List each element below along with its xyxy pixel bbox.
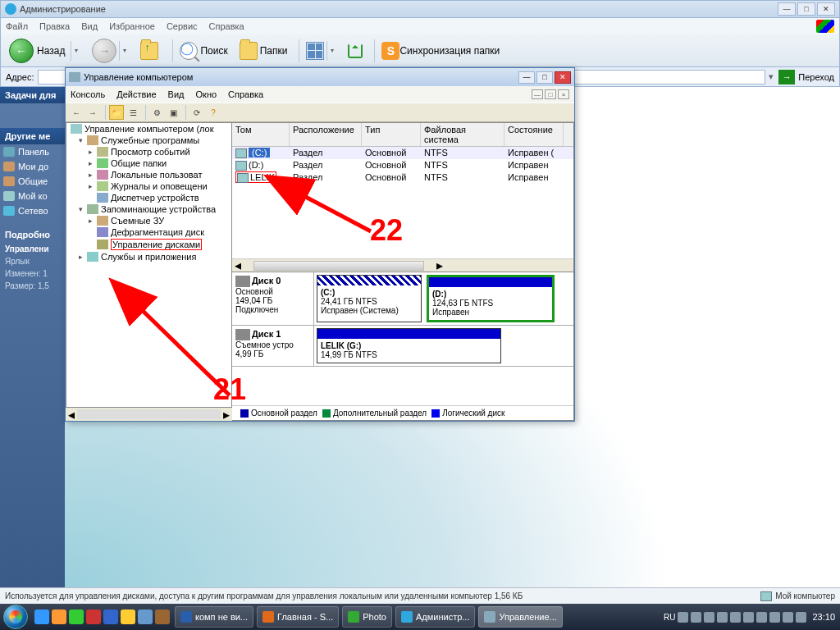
folders-button[interactable]: Папки: [236, 39, 291, 63]
part-g[interactable]: LELIK (G:)14,99 ГБ NTFS: [317, 328, 501, 363]
views-button[interactable]: ▾: [303, 39, 340, 63]
ql-icon[interactable]: [121, 609, 135, 624]
mmc-max[interactable]: □: [536, 71, 553, 84]
vol-row-c[interactable]: (C:) РазделОсновнойNTFSИсправен (: [232, 147, 573, 159]
mdi-max[interactable]: □: [545, 89, 556, 99]
go-button[interactable]: →: [778, 70, 795, 84]
mmc-m-window[interactable]: Окно: [196, 89, 217, 99]
taskbar-btn[interactable]: Photo: [342, 606, 392, 628]
tree-devmgr[interactable]: Диспетчер устройств: [66, 192, 231, 203]
forward-button[interactable]: →▾: [89, 39, 132, 63]
tb-up-icon[interactable]: 📁: [109, 105, 124, 120]
lp-item[interactable]: Общие: [0, 174, 65, 189]
mdi-min[interactable]: —: [532, 89, 543, 99]
lp-item[interactable]: Панель: [0, 144, 65, 159]
mmc-m-console[interactable]: Консоль: [71, 89, 105, 99]
tree-root[interactable]: Управление компьютером (лок: [66, 123, 231, 135]
ql-icon[interactable]: [155, 609, 170, 624]
tray-icon[interactable]: [678, 612, 688, 623]
tb-y-icon[interactable]: ▣: [166, 105, 180, 120]
back-button[interactable]: ←Назад▾: [6, 39, 84, 63]
tree-pane[interactable]: Управление компьютером (лок ▾Служебные п…: [66, 122, 232, 408]
tree-events[interactable]: ▸Просмотр событий: [66, 146, 231, 158]
clock[interactable]: 23:10: [812, 612, 835, 622]
menu-fav[interactable]: Избранное: [109, 21, 155, 31]
part-d[interactable]: (D:)124,63 ГБ NTFSИсправен: [427, 275, 555, 322]
mmc-min[interactable]: —: [518, 71, 535, 84]
tb-prop-icon[interactable]: ☰: [126, 105, 140, 120]
maximize-button[interactable]: □: [797, 2, 815, 16]
tray-icon[interactable]: [743, 612, 754, 623]
tray-icon[interactable]: [769, 612, 780, 623]
tb-help-icon[interactable]: ?: [206, 105, 221, 120]
tray-icon[interactable]: [717, 612, 728, 623]
tray-icon[interactable]: [756, 612, 767, 623]
search-button[interactable]: Поиск: [176, 39, 231, 63]
mmc-window: Управление компьютером — □ ✕ Консоль Дей…: [65, 67, 575, 422]
tree-shared[interactable]: ▸Общие папки: [66, 158, 231, 169]
tb-x-icon[interactable]: ⚙: [149, 105, 164, 120]
tb-back-icon[interactable]: ←: [69, 105, 84, 120]
menu-tools[interactable]: Сервис: [167, 21, 198, 31]
tray-icon[interactable]: [730, 612, 741, 623]
taskbar-btn[interactable]: Главная - S...: [257, 606, 339, 628]
col-sos[interactable]: Состояние: [504, 123, 564, 146]
tb-ref-icon[interactable]: ⟳: [189, 105, 204, 120]
mmc-close[interactable]: ✕: [555, 71, 571, 84]
vol-row-d[interactable]: (D:) РазделОсновнойNTFSИсправен: [232, 159, 573, 171]
lp-item[interactable]: Мои до: [0, 159, 65, 174]
up-button[interactable]: ↑: [137, 39, 164, 63]
menu-edit[interactable]: Правка: [39, 21, 70, 31]
tree-diskmgmt[interactable]: Управление дисками: [66, 238, 231, 251]
tray-icon[interactable]: [796, 612, 806, 623]
col-tip[interactable]: Тип: [362, 123, 421, 146]
disk1-head[interactable]: Диск 1 Съемное устро4,99 ГБ: [232, 326, 314, 366]
taskbar-btn[interactable]: Администр...: [395, 606, 476, 628]
taskbar-btn[interactable]: комп не ви...: [175, 606, 253, 628]
vol-row-lelik[interactable]: LELIK РазделОсновнойNTFSИсправен: [232, 171, 573, 184]
tray-icon[interactable]: [704, 612, 714, 623]
go-label[interactable]: Переход: [798, 72, 834, 82]
tree-defrag[interactable]: Дефрагментация диск: [66, 226, 231, 238]
disk-graphical[interactable]: Диск 0 Основной149,04 ГБПодключен (C:)24…: [232, 272, 573, 405]
mdi-close[interactable]: ×: [558, 89, 569, 99]
disk0-head[interactable]: Диск 0 Основной149,04 ГБПодключен: [232, 272, 314, 325]
ql-icon[interactable]: [34, 609, 49, 624]
tray-icon[interactable]: [691, 612, 701, 623]
mmc-title-bar[interactable]: Управление компьютером — □ ✕: [66, 68, 574, 86]
sync-button[interactable]: SСинхронизация папки: [378, 39, 503, 63]
tree-sys[interactable]: ▾Служебные программы: [66, 135, 231, 146]
menu-file[interactable]: Файл: [6, 21, 28, 31]
col-ras[interactable]: Расположение: [290, 123, 362, 146]
refresh-button[interactable]: [345, 39, 366, 63]
mmc-m-help[interactable]: Справка: [228, 89, 263, 99]
ql-icon[interactable]: [103, 609, 118, 624]
lang-indicator[interactable]: RU: [664, 613, 675, 622]
lp-item[interactable]: Сетево: [0, 203, 65, 218]
start-button[interactable]: [0, 604, 31, 630]
tb-fwd-icon[interactable]: →: [85, 105, 100, 120]
tree-storage[interactable]: ▾Запоминающие устройства: [66, 203, 231, 215]
ql-icon[interactable]: [52, 609, 66, 624]
lp-item[interactable]: Мой ко: [0, 189, 65, 203]
col-tom[interactable]: Том: [232, 123, 290, 146]
minimize-button[interactable]: —: [778, 2, 796, 16]
ql-icon[interactable]: [138, 609, 153, 624]
taskbar-btn-active[interactable]: Управление...: [478, 606, 562, 628]
close-button[interactable]: ✕: [817, 2, 835, 16]
mmc-m-action[interactable]: Действие: [116, 89, 156, 99]
menu-help[interactable]: Справка: [209, 21, 244, 31]
ql-icon[interactable]: [69, 609, 84, 624]
tray-icon[interactable]: [783, 612, 793, 623]
part-c[interactable]: (C:)24,41 ГБ NTFSИсправен (Система): [317, 275, 422, 322]
tree-services[interactable]: ▸Службы и приложения: [66, 251, 231, 262]
tree-hscroll[interactable]: ◂▸: [66, 408, 232, 421]
menu-view[interactable]: Вид: [81, 21, 98, 31]
tree-removable[interactable]: ▸Съемные ЗУ: [66, 215, 231, 226]
ql-icon[interactable]: [86, 609, 101, 624]
vol-hscroll[interactable]: ◂▸: [232, 258, 573, 272]
col-fs[interactable]: Файловая система: [421, 123, 504, 146]
tree-users[interactable]: ▸Локальные пользоват: [66, 169, 231, 180]
mmc-m-view[interactable]: Вид: [168, 89, 185, 99]
tree-logs[interactable]: ▸Журналы и оповещени: [66, 180, 231, 192]
